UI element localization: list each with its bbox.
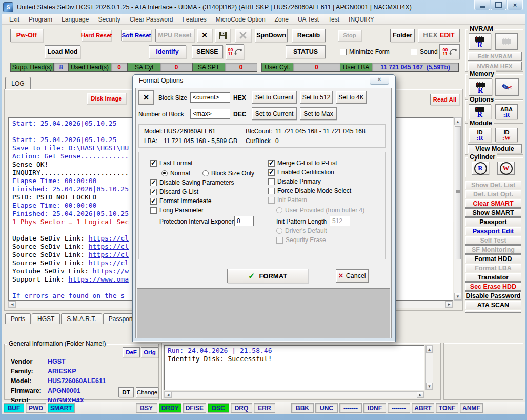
init-pattern-length-input[interactable]: 512: [330, 216, 350, 226]
close-button[interactable]: ×: [507, 0, 523, 10]
menu-item[interactable]: Zone: [270, 15, 293, 24]
module-id-write-button[interactable]: ID :W: [495, 128, 518, 142]
read-all-button[interactable]: Read All: [430, 94, 459, 105]
menu-item[interactable]: UA Test: [293, 15, 323, 24]
minimize-form-box[interactable]: [340, 49, 347, 55]
maximize-button[interactable]: [491, 0, 506, 10]
memory-read-button[interactable]: R: [469, 78, 492, 96]
sidebar-action-button[interactable]: Passport Edit: [465, 227, 521, 235]
scroll-up-arrow[interactable]: ▲: [426, 346, 433, 353]
recalib-button[interactable]: Recalib: [292, 29, 326, 42]
memory-edit-button[interactable]: ✎ ✂: [495, 78, 519, 96]
nvram-write-button[interactable]: [495, 33, 518, 50]
change-button[interactable]: Change: [136, 387, 158, 397]
sidebar-action-button[interactable]: Format LBA: [465, 264, 521, 272]
log-link[interactable]: https://www.oma: [69, 275, 129, 283]
clipped-button[interactable]: [465, 310, 521, 313]
block-size-input[interactable]: <current>: [190, 92, 230, 103]
menu-item[interactable]: Program: [24, 15, 57, 24]
scrollbar-thumb[interactable]: [455, 126, 461, 259]
user-provided-radio[interactable]: User Provided (from buffer 4): [276, 207, 364, 214]
sidebar-action-button[interactable]: Clear SMART: [465, 199, 521, 208]
scroll-left-arrow[interactable]: ◄: [9, 301, 16, 308]
dt-button[interactable]: DT: [118, 387, 134, 397]
drivers-default-radio[interactable]: Driver's Default: [276, 227, 327, 234]
pw-off-button[interactable]: Pw-Off: [10, 29, 43, 42]
block-size-only-radio[interactable]: Block Size Only: [202, 170, 254, 177]
cancel-button[interactable]: × Cancel: [336, 269, 369, 283]
radio[interactable]: [202, 170, 209, 176]
menu-item[interactable]: Security: [93, 15, 125, 24]
enabled-certification-checkbox[interactable]: Enabled Certification: [268, 169, 334, 176]
menu-item[interactable]: MicroCode Option: [211, 15, 270, 24]
tools-button[interactable]: [235, 29, 251, 42]
sense-button[interactable]: SENSE: [192, 45, 223, 58]
sidebar-action-button[interactable]: ATA SCAN: [465, 301, 521, 309]
checkbox[interactable]: [276, 237, 283, 244]
scroll-right-arrow[interactable]: ►: [445, 301, 453, 308]
protection-interval-exponent-input[interactable]: 0: [234, 216, 254, 226]
folder-button[interactable]: Folder: [390, 29, 415, 42]
dialog-x-button[interactable]: ×: [138, 90, 154, 105]
checkbox[interactable]: [150, 207, 157, 214]
sidebar-action-button[interactable]: SF Monitoring: [465, 245, 521, 254]
nvram-read-button[interactable]: R: [469, 33, 491, 50]
sidebar-action-button[interactable]: Def. List Opt.: [465, 190, 521, 198]
save-button[interactable]: [215, 29, 230, 42]
radio[interactable]: [276, 228, 282, 234]
cylinder-write-button[interactable]: W: [497, 162, 515, 175]
options-aba-read-button[interactable]: ABA :R: [495, 104, 518, 119]
orig-button[interactable]: Orig: [141, 347, 158, 357]
checkbox[interactable]: [150, 198, 157, 205]
run-log-vscrollbar[interactable]: ▲ ▼: [425, 345, 433, 390]
checkbox[interactable]: [268, 169, 275, 176]
log-link[interactable]: https://cl: [89, 251, 129, 258]
set-to-current2-button[interactable]: Set to Current: [252, 107, 297, 120]
disable-saving-parameters-checkbox[interactable]: Disable Saving Parameters: [150, 179, 234, 186]
menu-item[interactable]: Features: [177, 15, 211, 24]
number-of-block-input[interactable]: <max>: [190, 109, 230, 119]
tab-log[interactable]: LOG: [5, 77, 31, 89]
log-link[interactable]: https://cl: [89, 234, 129, 242]
hard-reset-button[interactable]: Hard Reset: [82, 30, 111, 41]
discard-glist-checkbox[interactable]: Discard G-List: [150, 188, 198, 195]
sidebar-action-button[interactable]: Show SMART: [465, 208, 521, 217]
merge-glist-checkbox[interactable]: Merge G-List to P-List: [268, 159, 337, 167]
scroll-left-arrow[interactable]: ◄: [165, 392, 172, 398]
set-to-512-button[interactable]: Set to 512: [300, 91, 333, 104]
identify-button[interactable]: Identify: [149, 45, 186, 58]
run-log-hscrollbar[interactable]: ◄ ►: [164, 391, 424, 398]
edit-nvram-button[interactable]: Edit NVRAM: [468, 52, 522, 61]
format-button[interactable]: ✓ FORMAT: [227, 269, 308, 283]
spndown-button[interactable]: SpnDown: [255, 29, 288, 42]
checkbox[interactable]: [268, 197, 275, 204]
sidebar-action-button[interactable]: Disable Password: [465, 291, 521, 300]
sidebar-action-button[interactable]: Passport: [465, 217, 521, 226]
dialog-close-button[interactable]: ×: [370, 75, 389, 85]
radio[interactable]: [276, 207, 282, 213]
scroll-right-arrow[interactable]: ►: [417, 392, 424, 398]
set-to-4k-button[interactable]: Set to 4K: [336, 91, 367, 104]
sidebar-action-button[interactable]: Show Def. List: [465, 181, 521, 189]
minimize-form-checkbox[interactable]: Minimize Form: [340, 48, 390, 55]
scroll-down-arrow[interactable]: ▼: [454, 293, 461, 300]
sidebar-action-button[interactable]: Format HDD: [465, 254, 521, 263]
disable-primary-checkbox[interactable]: Disable Primary: [268, 178, 321, 185]
format-immedeate-checkbox[interactable]: Format Immedeate: [150, 197, 211, 205]
set-to-current-button[interactable]: Set to Current: [252, 91, 297, 104]
sidebar-action-button[interactable]: Sec Erase HDD: [465, 282, 521, 291]
bottom-tab[interactable]: HGST: [32, 313, 60, 324]
hex-edit-button[interactable]: HEX EDIT: [418, 29, 460, 42]
menu-item[interactable]: Language: [57, 15, 93, 24]
sound-box[interactable]: [411, 49, 417, 55]
sound-phone-button[interactable]: 0011: [439, 44, 460, 59]
cylinder-read-button[interactable]: R: [472, 162, 489, 175]
menu-item[interactable]: Test: [323, 15, 344, 24]
scroll-down-arrow[interactable]: ▼: [426, 383, 433, 390]
checkbox[interactable]: [150, 189, 157, 195]
init-pattern-checkbox[interactable]: Init Pattern: [268, 196, 307, 204]
radio[interactable]: [161, 170, 168, 176]
checkbox[interactable]: [268, 160, 275, 167]
view-module-button[interactable]: View Module: [468, 144, 522, 153]
log-link[interactable]: https://w: [93, 267, 129, 275]
